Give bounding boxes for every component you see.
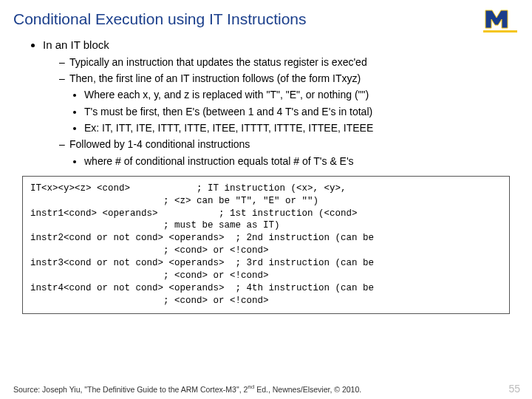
bullet-l2b: Then, the first line of an IT instructio…	[59, 71, 510, 135]
svg-rect-0	[483, 30, 517, 33]
bullet-l2c-text: Followed by 1-4 conditional instructions	[69, 138, 250, 150]
bullet-l3c: Ex: IT, ITT, ITE, ITTT, ITTE, ITEE, ITTT…	[84, 120, 510, 135]
bullet-l2b-text: Then, the first line of an IT instructio…	[69, 72, 361, 84]
source-citation: Source: Joseph Yiu, "The Definitive Guid…	[13, 383, 361, 394]
bullet-l2c: Followed by 1-4 conditional instructions…	[59, 137, 510, 168]
slide-title: Conditional Execution using IT Instructi…	[0, 0, 532, 28]
source-post: Ed., Newnes/Elsevier, © 2010.	[254, 384, 361, 393]
source-sup: nd	[248, 383, 254, 390]
source-pre: Source: Joseph Yiu, "The Definitive Guid…	[13, 384, 248, 393]
code-block: IT<x><y><z> <cond> ; IT instruction (<x>…	[22, 176, 510, 314]
page-number: 55	[508, 383, 520, 395]
bullet-l1: In an IT block Typically an instruction …	[43, 37, 510, 168]
umich-logo	[483, 9, 517, 33]
content-area: In an IT block Typically an instruction …	[0, 28, 532, 168]
bullet-l3d: where # of conditional instruction equal…	[84, 154, 510, 168]
bullet-l1-text: In an IT block	[43, 38, 109, 51]
bullet-l3b: T's must be first, then E's (between 1 a…	[84, 104, 510, 119]
bullet-l2a: Typically an instruction that updates th…	[59, 55, 510, 69]
bullet-l3a: Where each x, y, and z is replaced with …	[84, 87, 510, 102]
